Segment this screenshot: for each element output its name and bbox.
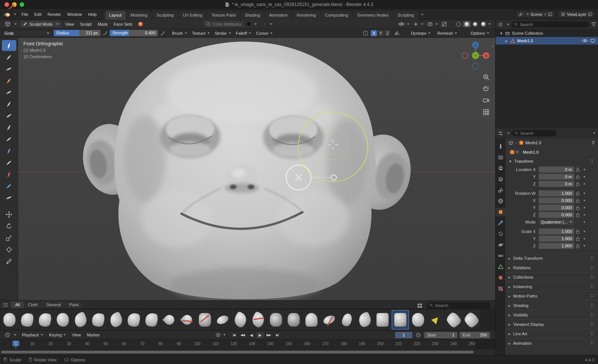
- navigation-gizmo[interactable]: Z X Y: [460, 40, 491, 71]
- frame-tick-30[interactable]: 30: [67, 342, 71, 346]
- brush-asset-1[interactable]: [19, 310, 36, 330]
- mirror-y-toggle[interactable]: Y: [378, 30, 384, 36]
- properties-tab-constraints[interactable]: [496, 251, 505, 260]
- animate-dot[interactable]: [584, 207, 585, 208]
- frame-tick-180[interactable]: 180: [341, 342, 347, 346]
- workspace-tab-rendering[interactable]: Rendering: [293, 11, 320, 20]
- brush-asset-6[interactable]: [107, 310, 125, 330]
- outliner-search-box[interactable]: [511, 21, 589, 28]
- brush-asset-16[interactable]: [285, 310, 302, 330]
- frame-tick-150[interactable]: 150: [286, 342, 292, 346]
- value-field-z[interactable]: 0 m: [539, 181, 574, 187]
- workspace-tab-uv-editing[interactable]: UV Editing: [178, 11, 206, 20]
- new-viewlayer-icon[interactable]: [588, 12, 592, 17]
- workspace-tab-modeling[interactable]: Modeling: [127, 11, 152, 20]
- brush-asset-2[interactable]: [36, 310, 54, 330]
- section-relations[interactable]: ▸Relations: [505, 263, 598, 272]
- properties-search-box[interactable]: [512, 130, 556, 136]
- popover-falloff[interactable]: Falloff: [235, 30, 252, 36]
- options-popover[interactable]: Options: [470, 30, 490, 36]
- disable-render-icon[interactable]: [590, 39, 595, 43]
- value-field-rotation-w[interactable]: 1.000: [539, 190, 574, 196]
- tool-scale[interactable]: [2, 232, 16, 243]
- value-field-y[interactable]: 0.000: [539, 205, 574, 211]
- tool-clay[interactable]: [2, 63, 16, 74]
- tool-move[interactable]: [2, 209, 16, 220]
- timeline-menu-keying[interactable]: Keying: [46, 332, 69, 338]
- outliner-item-label[interactable]: Scene Collection: [512, 31, 543, 35]
- frame-tick-250[interactable]: 250: [469, 342, 475, 346]
- section-viewport-display[interactable]: ▸Viewport Display: [505, 319, 598, 329]
- expand-icon[interactable]: ▸: [505, 39, 508, 43]
- properties-tab-world[interactable]: [496, 197, 505, 205]
- remesh-popover[interactable]: Remesh: [437, 30, 458, 36]
- outliner-editor-icon[interactable]: [498, 22, 503, 27]
- 3d-viewport[interactable]: Front Orthographic (1) Mesh1.0 10 Centim…: [18, 38, 495, 300]
- workspace-tab-geometry-nodes[interactable]: Geometry Nodes: [353, 11, 393, 20]
- lock-icon[interactable]: [576, 213, 581, 217]
- move-view-button[interactable]: [482, 84, 491, 93]
- gizmos-popover[interactable]: [412, 21, 425, 28]
- popover-stroke[interactable]: Stroke: [214, 30, 232, 36]
- lock-icon[interactable]: [576, 167, 581, 172]
- frame-tick-10[interactable]: 10: [30, 342, 34, 346]
- properties-tab-physics[interactable]: [496, 241, 505, 249]
- frame-tick-120[interactable]: 120: [231, 342, 237, 346]
- tool-clay-strips[interactable]: [2, 75, 16, 86]
- lock-open-icon[interactable]: [576, 205, 580, 210]
- section-visibility[interactable]: ▸Visibility: [505, 310, 598, 319]
- lock-icon[interactable]: [576, 182, 581, 187]
- value-field-x[interactable]: 0.000: [539, 197, 574, 204]
- section-instancing[interactable]: ▸Instancing: [505, 282, 598, 291]
- frame-tick-160[interactable]: 160: [304, 342, 310, 346]
- outliner-search-input[interactable]: [520, 22, 586, 27]
- brush-asset-14[interactable]: [249, 310, 267, 330]
- lock-icon[interactable]: [576, 229, 581, 234]
- object-visibility-popover[interactable]: [397, 21, 411, 27]
- outliner-row-mesh[interactable]: ▸ Mesh1.0: [496, 37, 598, 45]
- frame-tick-100[interactable]: 100: [194, 342, 200, 346]
- pin-icon[interactable]: [591, 140, 595, 145]
- dyntopo-popover[interactable]: Dyntopo: [410, 30, 431, 36]
- viewport-canvas[interactable]: [18, 38, 495, 300]
- workspace-tab-scripting[interactable]: Scripting: [394, 11, 418, 20]
- editor-type-selector[interactable]: [2, 20, 19, 28]
- properties-tab-data[interactable]: [496, 262, 505, 271]
- menu-help[interactable]: Help: [85, 11, 100, 18]
- lock-open-icon[interactable]: [576, 229, 580, 234]
- workspace-tab-compositing[interactable]: Compositing: [321, 11, 352, 20]
- frame-tick-20[interactable]: 20: [48, 342, 53, 346]
- animate-dot[interactable]: [584, 193, 585, 194]
- brush-selector[interactable]: Grab: [2, 30, 52, 37]
- brush-asset-10[interactable]: [178, 310, 196, 330]
- frame-tick-40[interactable]: 40: [85, 342, 89, 346]
- lock-open-icon[interactable]: [576, 191, 580, 196]
- outliner-item-label[interactable]: Mesh1.0: [517, 39, 533, 43]
- viewlayer-selector[interactable]: ViewLayer: [558, 11, 595, 18]
- frame-tick-210[interactable]: 210: [395, 342, 402, 346]
- lock-icon[interactable]: [576, 191, 581, 196]
- hide-viewport-icon[interactable]: [582, 39, 588, 43]
- mirror-icon[interactable]: [394, 31, 400, 35]
- properties-editor-icon[interactable]: [498, 131, 503, 136]
- frame-tick-110[interactable]: 110: [212, 342, 218, 346]
- brush-asset-5[interactable]: [90, 310, 107, 330]
- properties-tab-output[interactable]: [496, 164, 505, 173]
- shading-rendered-button[interactable]: [480, 21, 492, 27]
- value-field-z[interactable]: 1.000: [539, 243, 574, 249]
- brush-asset-7[interactable]: [125, 310, 143, 330]
- properties-tab-texture[interactable]: [496, 284, 505, 293]
- animate-dot[interactable]: [584, 231, 585, 232]
- brush-asset-8[interactable]: [143, 310, 160, 330]
- properties-tab-view-layer[interactable]: [496, 175, 505, 184]
- zoom-button[interactable]: [482, 72, 491, 82]
- overlays-popover[interactable]: [426, 21, 439, 27]
- section-delta-transform[interactable]: ▸Delta Transform: [505, 253, 598, 263]
- start-frame-field[interactable]: Start1: [424, 332, 457, 338]
- section-motion-paths[interactable]: ▸Motion Paths: [505, 291, 598, 301]
- frame-tick-200[interactable]: 200: [377, 342, 384, 346]
- close-window-button[interactable]: [5, 2, 9, 7]
- workspace-tab-shading[interactable]: Shading: [241, 11, 264, 20]
- section-shading[interactable]: ▸Shading: [505, 301, 598, 310]
- shelf-tab-all[interactable]: All: [11, 301, 24, 308]
